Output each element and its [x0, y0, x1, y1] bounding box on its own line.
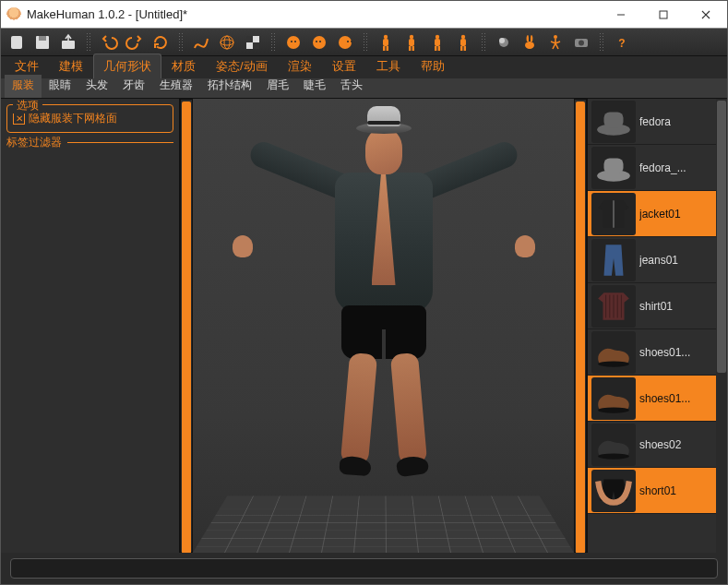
sub-tab-2[interactable]: 头发: [78, 75, 115, 98]
status-text: [10, 558, 718, 579]
options-group: 选项 ✕ 隐藏服装下网格面: [6, 104, 173, 133]
asset-list: fedorafedora_...jacket01jeans01shirt01sh…: [588, 99, 716, 553]
asset-thumb-icon: [591, 147, 636, 189]
asset-panel: fedorafedora_...jacket01jeans01shirt01sh…: [587, 99, 727, 553]
left-panel: 选项 ✕ 隐藏服装下网格面 标签过滤器: [1, 99, 180, 553]
svg-rect-38: [464, 46, 466, 51]
asset-thumb-icon: [591, 331, 636, 374]
svg-point-23: [384, 34, 388, 38]
viewport-left-scrollbar[interactable]: [180, 99, 193, 553]
undo-icon[interactable]: [97, 31, 121, 54]
asset-label: shoes02: [639, 438, 712, 451]
workspace: 选项 ✕ 隐藏服装下网格面 标签过滤器: [1, 99, 727, 553]
asset-thumb-icon: [591, 193, 636, 235]
svg-rect-28: [409, 39, 414, 46]
asset-item-short01[interactable]: short01: [588, 468, 716, 514]
sub-tab-7[interactable]: 睫毛: [296, 75, 333, 98]
svg-rect-26: [387, 46, 388, 51]
asset-item-fedora[interactable]: fedora: [588, 99, 716, 145]
body-left-icon[interactable]: [400, 31, 424, 54]
sub-tab-3[interactable]: 牙齿: [115, 75, 152, 98]
svg-point-31: [436, 34, 439, 38]
titlebar[interactable]: MakeHuman 1.0.2 - [Untitled]*: [1, 1, 727, 29]
svg-point-27: [410, 34, 413, 38]
pose-curve-icon[interactable]: [189, 31, 213, 54]
asset-item-shoes01...[interactable]: shoes01...: [588, 376, 716, 422]
svg-rect-12: [246, 36, 253, 42]
asset-item-jeans01[interactable]: jeans01: [588, 237, 716, 283]
svg-text:?: ?: [618, 37, 625, 50]
close-button[interactable]: [685, 1, 727, 28]
leg-left: [340, 352, 376, 465]
body-back-icon[interactable]: [425, 31, 449, 54]
save-icon[interactable]: [30, 31, 54, 54]
sub-tab-6[interactable]: 眉毛: [259, 75, 296, 98]
minimize-button[interactable]: [600, 1, 642, 28]
maximize-button[interactable]: [642, 1, 685, 28]
help-icon[interactable]: ?: [610, 31, 634, 54]
sub-tab-bar: 服装眼睛头发牙齿生殖器拓扑结构眉毛睫毛舌头: [1, 78, 727, 99]
sub-tab-8[interactable]: 舌头: [333, 75, 370, 98]
toolbar-divider: [270, 32, 276, 53]
lighting-icon[interactable]: [492, 31, 516, 54]
svg-point-10: [224, 36, 230, 49]
scrollbar-thumb[interactable]: [576, 101, 585, 553]
tag-filter-title: 标签过滤器: [6, 135, 67, 150]
asset-label: fedora_...: [639, 161, 712, 174]
viewport-right-scrollbar[interactable]: [574, 99, 587, 553]
rabbit-icon[interactable]: [518, 31, 542, 54]
pose-icon[interactable]: [543, 31, 567, 54]
content-area: ? 文件建模几何形状材质姿态/动画渲染设置工具帮助 服装眼睛头发牙齿生殖器拓扑结…: [1, 29, 727, 584]
grid-floor: [193, 495, 574, 553]
sub-tab-5[interactable]: 拓扑结构: [200, 75, 259, 98]
svg-point-8: [221, 36, 233, 49]
asset-label: fedora: [639, 115, 712, 128]
asset-label: jacket01: [639, 208, 712, 221]
fedora-hat: [356, 106, 412, 136]
hand-right: [515, 235, 535, 257]
wireframe-icon[interactable]: [215, 31, 239, 54]
svg-rect-24: [383, 39, 388, 46]
asset-item-shirt01[interactable]: shirt01: [588, 283, 716, 329]
refresh-icon[interactable]: [149, 31, 173, 54]
svg-point-52: [598, 453, 629, 459]
toolbar-divider: [599, 32, 604, 53]
asset-item-shoes02[interactable]: shoes02: [588, 422, 716, 468]
toolbar-divider: [86, 32, 91, 53]
asset-scrollbar[interactable]: [716, 99, 727, 553]
asset-item-jacket01[interactable]: jacket01: [588, 191, 716, 237]
svg-rect-13: [253, 42, 259, 49]
menu-tab-7[interactable]: 工具: [366, 54, 411, 78]
svg-point-20: [339, 36, 352, 49]
asset-item-shoes01...[interactable]: shoes01...: [588, 329, 716, 376]
head-left-icon[interactable]: [307, 31, 331, 54]
svg-rect-36: [460, 39, 466, 46]
svg-point-51: [598, 407, 629, 412]
toolbar-divider: [481, 32, 486, 53]
leg-right: [389, 352, 426, 465]
svg-point-35: [461, 34, 465, 38]
new-file-icon[interactable]: [5, 31, 29, 54]
options-title: 选项: [13, 99, 42, 113]
scrollbar-thumb[interactable]: [717, 101, 726, 373]
export-icon[interactable]: [56, 31, 80, 54]
svg-rect-33: [435, 46, 436, 51]
redo-icon[interactable]: [123, 31, 147, 54]
menu-tab-8[interactable]: 帮助: [411, 54, 455, 78]
head-front-icon[interactable]: [281, 31, 305, 54]
svg-rect-34: [438, 46, 440, 51]
checker-icon[interactable]: [241, 31, 265, 54]
scrollbar-thumb[interactable]: [182, 101, 191, 553]
svg-point-42: [554, 35, 557, 39]
camera-icon[interactable]: [569, 31, 593, 54]
3d-viewport[interactable]: [193, 99, 574, 553]
head-right-icon[interactable]: [333, 31, 357, 54]
toolbar-divider: [363, 32, 368, 53]
body-side-icon[interactable]: [451, 31, 475, 54]
sub-tab-0[interactable]: 服装: [5, 75, 42, 98]
sub-tab-1[interactable]: 眼睛: [42, 75, 78, 98]
asset-item-fedora_...[interactable]: fedora_...: [588, 145, 716, 191]
sub-tab-4[interactable]: 生殖器: [152, 75, 200, 98]
body-front-icon[interactable]: [374, 31, 398, 54]
hide-mesh-checkbox[interactable]: ✕: [13, 113, 25, 125]
